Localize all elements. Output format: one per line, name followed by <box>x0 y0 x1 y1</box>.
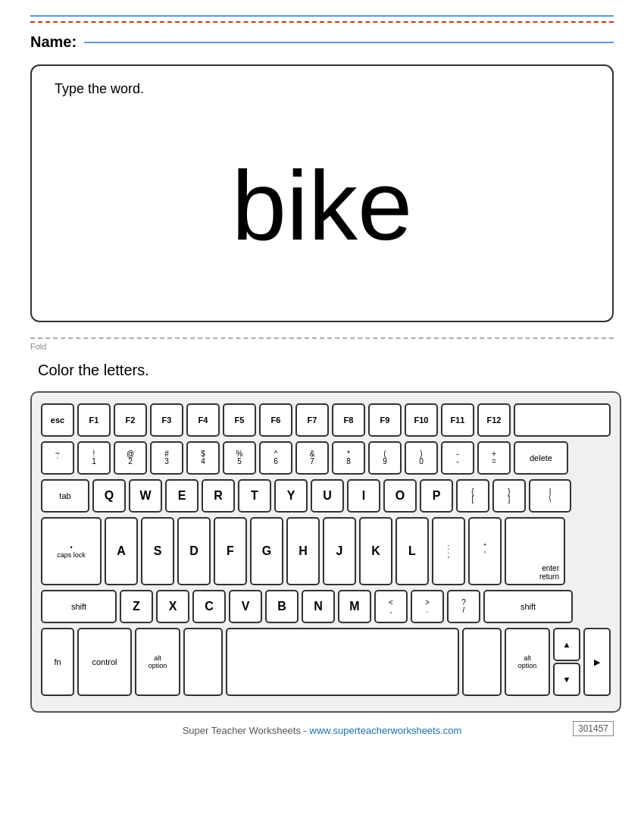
key-shift-left[interactable]: shift <box>41 590 117 623</box>
key-lbracket[interactable]: {[ <box>456 479 489 513</box>
key-capslock[interactable]: • caps lock <box>41 517 102 585</box>
key-minus[interactable]: -- <box>441 441 474 475</box>
key-2[interactable]: @2 <box>114 441 147 475</box>
key-equals[interactable]: += <box>477 441 511 475</box>
key-enter[interactable]: enter return <box>505 517 565 585</box>
key-o[interactable]: O <box>383 479 417 513</box>
key-y[interactable]: Y <box>274 479 308 513</box>
key-z[interactable]: Z <box>120 590 153 623</box>
key-f12[interactable]: F12 <box>477 403 511 437</box>
keyboard: esc F1 F2 F3 F4 F5 F6 F7 F8 F9 F10 F11 F… <box>30 391 621 713</box>
key-cmd-right[interactable] <box>462 628 502 696</box>
key-arrow-right[interactable]: ▶ <box>583 628 611 696</box>
name-label: Name: <box>30 33 77 51</box>
key-k[interactable]: K <box>359 517 392 585</box>
key-n[interactable]: N <box>302 590 335 623</box>
key-f2[interactable]: F2 <box>114 403 147 437</box>
key-c[interactable]: C <box>192 590 226 623</box>
key-period[interactable]: >. <box>411 590 444 623</box>
word-display: bike <box>55 105 589 306</box>
word-box: Type the word. bike <box>30 64 614 322</box>
name-row: Name: <box>30 33 614 51</box>
key-esc[interactable]: esc <box>41 403 74 437</box>
key-s[interactable]: S <box>141 517 174 585</box>
page-number: 301457 <box>573 721 614 736</box>
key-v[interactable]: V <box>229 590 262 623</box>
key-f3[interactable]: F3 <box>150 403 183 437</box>
key-tilde[interactable]: ~` <box>41 441 74 475</box>
key-x[interactable]: X <box>156 590 189 623</box>
key-shift-right[interactable]: shift <box>483 590 573 623</box>
key-8[interactable]: *8 <box>332 441 365 475</box>
key-5[interactable]: %5 <box>223 441 256 475</box>
top-blue-line <box>30 15 614 17</box>
key-row-3: tab Q W E R T Y U I O P {[ }] |\ <box>41 479 611 513</box>
key-r[interactable]: R <box>202 479 235 513</box>
key-row-1: esc F1 F2 F3 F4 F5 F6 F7 F8 F9 F10 F11 F… <box>41 403 611 437</box>
key-7[interactable]: &7 <box>295 441 329 475</box>
key-alt-left[interactable]: alt option <box>135 628 180 696</box>
key-i[interactable]: I <box>347 479 380 513</box>
key-j[interactable]: J <box>323 517 356 585</box>
key-f9[interactable]: F9 <box>368 403 402 437</box>
key-h[interactable]: H <box>286 517 320 585</box>
key-row-6: fn control alt option alt option ▲ ▼ ▶ <box>41 628 611 696</box>
key-control[interactable]: control <box>77 628 132 696</box>
key-cmd-left[interactable] <box>183 628 223 696</box>
name-underline <box>84 42 614 43</box>
key-row-2: ~` !1 @2 #3 $4 %5 ^6 &7 *8 (9 )0 <box>41 441 611 475</box>
key-space[interactable] <box>226 628 459 696</box>
key-q[interactable]: Q <box>92 479 126 513</box>
key-u[interactable]: U <box>311 479 344 513</box>
key-m[interactable]: M <box>338 590 371 623</box>
key-f[interactable]: F <box>214 517 247 585</box>
key-rbracket[interactable]: }] <box>492 479 526 513</box>
key-slash[interactable]: ?/ <box>447 590 480 623</box>
key-f6[interactable]: F6 <box>259 403 292 437</box>
key-f7[interactable]: F7 <box>295 403 329 437</box>
footer-text: Super Teacher Worksheets - <box>183 725 310 736</box>
key-6[interactable]: ^6 <box>259 441 292 475</box>
key-quote[interactable]: "' <box>468 517 502 585</box>
key-4[interactable]: $4 <box>186 441 220 475</box>
arrow-cluster: ▲ ▼ <box>553 628 580 696</box>
key-delete[interactable]: delete <box>514 441 568 475</box>
key-d[interactable]: D <box>177 517 211 585</box>
key-f11[interactable]: F11 <box>441 403 474 437</box>
key-e[interactable]: E <box>165 479 199 513</box>
key-l[interactable]: L <box>395 517 429 585</box>
footer-link[interactable]: www.superteacherworksheets.com <box>310 725 462 736</box>
word-text: bike <box>232 156 412 255</box>
red-dashed-line <box>30 21 614 23</box>
key-row-4: • caps lock A S D F G H J K L :; "' ente… <box>41 517 611 585</box>
key-tab[interactable]: tab <box>41 479 89 513</box>
key-backslash[interactable]: |\ <box>529 479 571 513</box>
key-row-5: shift Z X C V B N M <, >. ?/ shift <box>41 590 611 623</box>
color-instruction: Color the letters. <box>38 362 614 379</box>
fold-label: Fold <box>30 342 614 351</box>
key-t[interactable]: T <box>238 479 271 513</box>
type-instruction: Type the word. <box>55 81 589 97</box>
key-f8[interactable]: F8 <box>332 403 365 437</box>
key-1[interactable]: !1 <box>77 441 111 475</box>
key-p[interactable]: P <box>420 479 453 513</box>
key-f1[interactable]: F1 <box>77 403 111 437</box>
key-f5[interactable]: F5 <box>223 403 256 437</box>
key-alt-right[interactable]: alt option <box>505 628 550 696</box>
key-a[interactable]: A <box>105 517 138 585</box>
key-f10[interactable]: F10 <box>405 403 438 437</box>
key-w[interactable]: W <box>129 479 162 513</box>
key-arrow-down[interactable]: ▼ <box>553 663 580 696</box>
key-0[interactable]: )0 <box>405 441 438 475</box>
key-arrow-up[interactable]: ▲ <box>553 628 580 661</box>
key-fn[interactable]: fn <box>41 628 74 696</box>
footer: Super Teacher Worksheets - www.superteac… <box>30 725 614 736</box>
key-comma[interactable]: <, <box>374 590 408 623</box>
key-b[interactable]: B <box>265 590 299 623</box>
key-g[interactable]: G <box>250 517 283 585</box>
key-power[interactable] <box>514 403 611 437</box>
key-9[interactable]: (9 <box>368 441 402 475</box>
key-f4[interactable]: F4 <box>186 403 220 437</box>
key-semicolon[interactable]: :; <box>432 517 465 585</box>
key-3[interactable]: #3 <box>150 441 183 475</box>
